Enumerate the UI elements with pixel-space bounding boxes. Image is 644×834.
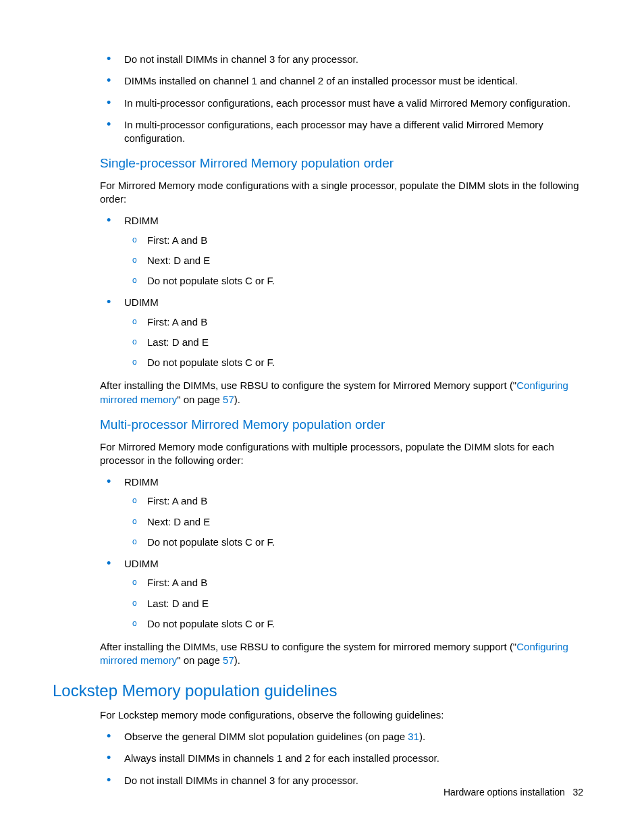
list-label: RDIMM — [124, 215, 159, 226]
sub-text: First: A and B — [147, 577, 207, 588]
sub-text: First: A and B — [147, 234, 207, 246]
list-item: In multi-processor configurations, each … — [100, 118, 583, 146]
content-column: Do not install DIMMs in channel 3 for an… — [100, 53, 583, 787]
list-text: Do not install DIMMs in channel 3 for an… — [124, 53, 358, 65]
heading-multi-processor: Multi-processor Mirrored Memory populati… — [100, 416, 583, 434]
sub-list: First: A and B Last: D and E Do not popu… — [124, 315, 583, 370]
guidelines-list: Do not install DIMMs in channel 3 for an… — [100, 53, 583, 145]
sub-text: First: A and B — [147, 316, 207, 328]
sub-list-item: Do not populate slots C or F. — [124, 356, 583, 369]
sub-list-item: Last: D and E — [124, 336, 583, 349]
list-text: In multi-processor configurations, each … — [124, 97, 570, 109]
sub-text: Do not populate slots C or F. — [147, 536, 275, 548]
intro-paragraph: For Mirrored Memory mode configurations … — [100, 179, 583, 207]
sub-list: First: A and B Next: D and E Do not popu… — [124, 494, 583, 549]
footer-section-title: Hardware options installation — [444, 787, 565, 798]
after-post: ). — [234, 654, 240, 666]
lockstep-list: Observe the general DIMM slot population… — [100, 730, 583, 787]
sub-list-item: First: A and B — [124, 315, 583, 329]
sub-text: Next: D and E — [147, 255, 210, 266]
list-label: RDIMM — [124, 476, 159, 488]
single-list: RDIMM First: A and B Next: D and E Do no… — [100, 214, 583, 369]
list-text: In multi-processor configurations, each … — [124, 119, 543, 144]
sub-list-item: Do not populate slots C or F. — [124, 536, 583, 549]
sub-text: Do not populate slots C or F. — [147, 618, 275, 629]
sub-text: Last: D and E — [147, 336, 209, 348]
list-item: DIMMs installed on channel 1 and channel… — [100, 74, 583, 88]
list-label: UDIMM — [124, 558, 159, 569]
heading-single-processor: Single-processor Mirrored Memory populat… — [100, 155, 583, 172]
sub-list-item: Next: D and E — [124, 515, 583, 529]
sub-list-item: Do not populate slots C or F. — [124, 274, 583, 288]
intro-paragraph: For Lockstep memory mode configurations,… — [100, 708, 583, 722]
sub-list-item: Last: D and E — [124, 597, 583, 610]
sub-list-item: First: A and B — [124, 234, 583, 247]
sub-list: First: A and B Next: D and E Do not popu… — [124, 234, 583, 288]
list-text: Do not install DIMMs in channel 3 for an… — [124, 775, 358, 786]
after-paragraph: After installing the DIMMs, use RBSU to … — [100, 379, 583, 407]
list-item: Do not install DIMMs in channel 3 for an… — [100, 53, 583, 66]
after-pre: After installing the DIMMs, use RBSU to … — [100, 641, 516, 652]
list-item: UDIMM First: A and B Last: D and E Do no… — [100, 557, 583, 631]
page-ref-link[interactable]: 57 — [223, 654, 234, 666]
list-text-post: ). — [419, 731, 425, 742]
sub-text: Do not populate slots C or F. — [147, 275, 275, 286]
page-footer: Hardware options installation 32 — [444, 786, 583, 799]
list-item: In multi-processor configurations, each … — [100, 97, 583, 110]
multi-list: RDIMM First: A and B Next: D and E Do no… — [100, 475, 583, 631]
list-item: Observe the general DIMM slot population… — [100, 730, 583, 744]
sub-text: Do not populate slots C or F. — [147, 357, 275, 368]
document-page: Do not install DIMMs in channel 3 for an… — [0, 0, 644, 834]
sub-text: Next: D and E — [147, 516, 210, 527]
page-ref-link[interactable]: 31 — [408, 731, 419, 742]
intro-paragraph: For Mirrored Memory mode configurations … — [100, 440, 583, 468]
sub-text: First: A and B — [147, 495, 207, 506]
after-post: ). — [234, 394, 240, 405]
list-item: Do not install DIMMs in channel 3 for an… — [100, 774, 583, 787]
list-text: DIMMs installed on channel 1 and channel… — [124, 75, 518, 86]
after-pre: After installing the DIMMs, use RBSU to … — [100, 380, 516, 391]
sub-text: Last: D and E — [147, 598, 209, 609]
list-item: Always install DIMMs in channels 1 and 2… — [100, 752, 583, 765]
list-item: RDIMM First: A and B Next: D and E Do no… — [100, 214, 583, 288]
after-paragraph: After installing the DIMMs, use RBSU to … — [100, 640, 583, 668]
page-ref-link[interactable]: 57 — [223, 394, 234, 405]
sub-list: First: A and B Last: D and E Do not popu… — [124, 576, 583, 631]
sub-list-item: Do not populate slots C or F. — [124, 617, 583, 631]
list-text: Always install DIMMs in channels 1 and 2… — [124, 752, 439, 764]
footer-page-number: 32 — [572, 787, 583, 798]
heading-lockstep: Lockstep Memory population guidelines — [53, 680, 583, 702]
sub-list-item: Next: D and E — [124, 254, 583, 267]
after-mid: " on page — [177, 394, 223, 405]
list-text-pre: Observe the general DIMM slot population… — [124, 731, 408, 742]
sub-list-item: First: A and B — [124, 494, 583, 508]
list-item: UDIMM First: A and B Last: D and E Do no… — [100, 296, 583, 369]
sub-list-item: First: A and B — [124, 576, 583, 590]
list-label: UDIMM — [124, 296, 159, 308]
list-item: RDIMM First: A and B Next: D and E Do no… — [100, 475, 583, 549]
after-mid: " on page — [177, 654, 223, 666]
